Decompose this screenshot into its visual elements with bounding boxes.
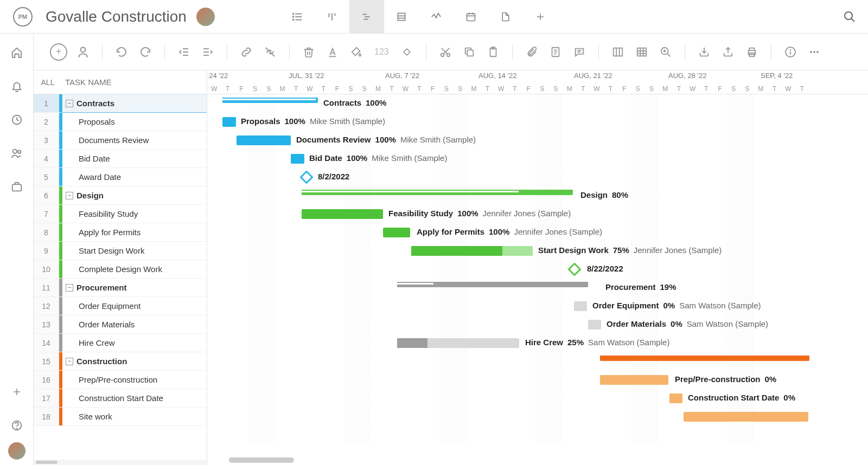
row-number[interactable]: 1 [34,94,59,112]
row-number[interactable]: 5 [34,168,59,186]
summary-bar[interactable] [600,356,809,361]
text-color-button[interactable] [324,44,341,60]
unlink-button[interactable] [262,44,278,60]
calendar-view-tab[interactable] [454,0,488,34]
task-row[interactable]: 9Start Design Work [34,242,207,260]
redo-button[interactable] [137,44,154,60]
add-task-button[interactable]: + [50,43,67,61]
add-nav[interactable] [0,375,34,409]
task-cell[interactable]: −Contracts [62,94,207,112]
file-view-tab[interactable] [488,0,523,34]
task-row[interactable]: 17Construction Start Date [34,389,207,408]
task-row[interactable]: 12Order Equipment [34,297,207,315]
task-cell[interactable]: Feasibility Study [62,205,207,223]
task-bar[interactable] [291,154,304,164]
cut-button[interactable] [437,44,454,60]
row-number[interactable]: 17 [34,389,59,407]
row-number[interactable]: 10 [34,260,59,278]
columns-button[interactable] [610,44,626,60]
import-button[interactable] [696,44,712,60]
task-row[interactable]: 15−Construction [34,352,207,371]
summary-bar[interactable] [222,98,318,103]
team-nav[interactable] [0,137,34,170]
fill-color-button[interactable] [348,44,365,60]
row-number[interactable]: 14 [34,334,59,352]
print-button[interactable] [744,44,760,60]
task-bar[interactable] [237,135,291,145]
collapse-toggle[interactable]: − [66,284,73,292]
add-view-tab[interactable] [523,0,558,34]
task-row[interactable]: 6−Design [34,186,207,205]
task-bar[interactable] [222,117,236,127]
zoom-button[interactable] [658,44,674,60]
search-button[interactable] [838,5,861,29]
task-cell[interactable]: Construction Start Date [62,389,207,407]
row-number[interactable]: 7 [34,205,59,223]
task-scrollbar[interactable] [34,460,207,465]
summary-bar[interactable] [302,190,573,195]
row-number[interactable]: 13 [34,315,59,333]
task-bar[interactable] [669,393,682,403]
undo-button[interactable] [113,44,130,60]
task-row[interactable]: 14Hire Crew [34,334,207,352]
paste-button[interactable] [485,44,501,60]
row-number[interactable]: 3 [34,131,59,149]
task-cell[interactable]: Complete Design Work [62,260,207,278]
delete-button[interactable] [301,44,317,60]
portfolio-nav[interactable] [0,170,34,204]
gantt-scrollbar[interactable] [229,457,294,463]
workload-view-tab[interactable] [419,0,454,34]
task-row[interactable]: 8Apply for Permits [34,223,207,242]
task-row[interactable]: 3Documents Review [34,131,207,150]
info-button[interactable] [782,44,799,60]
task-bar[interactable] [411,246,533,256]
sheet-view-tab[interactable] [384,0,419,34]
task-bar[interactable] [684,412,808,422]
grid-button[interactable] [634,44,650,60]
task-bar[interactable] [302,209,383,219]
list-view-tab[interactable] [280,0,315,34]
collapse-toggle[interactable]: − [66,192,73,199]
collapse-toggle[interactable]: − [66,358,73,365]
summary-bar[interactable] [397,282,588,287]
indent-button[interactable] [200,44,216,60]
user-avatar-nav[interactable] [8,442,25,460]
assign-button[interactable] [75,44,91,60]
row-number[interactable]: 12 [34,297,59,315]
task-cell[interactable]: −Procurement [62,279,207,296]
home-nav[interactable] [0,36,34,69]
task-bar[interactable] [588,320,601,330]
project-name[interactable]: Govalle Construction [46,8,187,25]
row-number[interactable]: 6 [34,186,59,204]
task-row[interactable]: 4Bid Date [34,150,207,168]
task-cell[interactable]: Order Equipment [62,297,207,315]
task-name-column-header[interactable]: TASK NAME [62,78,112,87]
task-cell[interactable]: Hire Crew [62,334,207,352]
attach-button[interactable] [524,44,540,60]
task-bar[interactable] [383,228,410,237]
milestone-marker[interactable] [567,262,581,276]
help-nav[interactable] [0,409,34,442]
outdent-button[interactable] [176,44,192,60]
more-button[interactable] [806,44,822,60]
task-cell[interactable]: Start Design Work [62,242,207,260]
task-row[interactable]: 7Feasibility Study [34,205,207,223]
task-cell[interactable]: Apply for Permits [62,223,207,241]
gantt-view-tab[interactable] [349,0,384,34]
link-button[interactable] [238,44,254,60]
all-column-header[interactable]: ALL [34,78,62,87]
export-button[interactable] [720,44,736,60]
app-logo[interactable]: PM [13,7,33,27]
task-cell[interactable]: −Design [62,186,207,204]
task-row[interactable]: 1−Contracts [34,94,207,113]
task-bar[interactable] [574,301,587,311]
recent-nav[interactable] [0,103,34,137]
task-cell[interactable]: Site work [62,408,207,425]
avatar[interactable] [196,8,215,26]
task-bar[interactable] [600,375,668,385]
task-cell[interactable]: −Construction [62,352,207,370]
notes-button[interactable] [547,44,564,60]
task-row[interactable]: 18Site work [34,408,207,426]
task-cell[interactable]: Award Date [62,168,207,186]
row-number[interactable]: 11 [34,279,59,296]
